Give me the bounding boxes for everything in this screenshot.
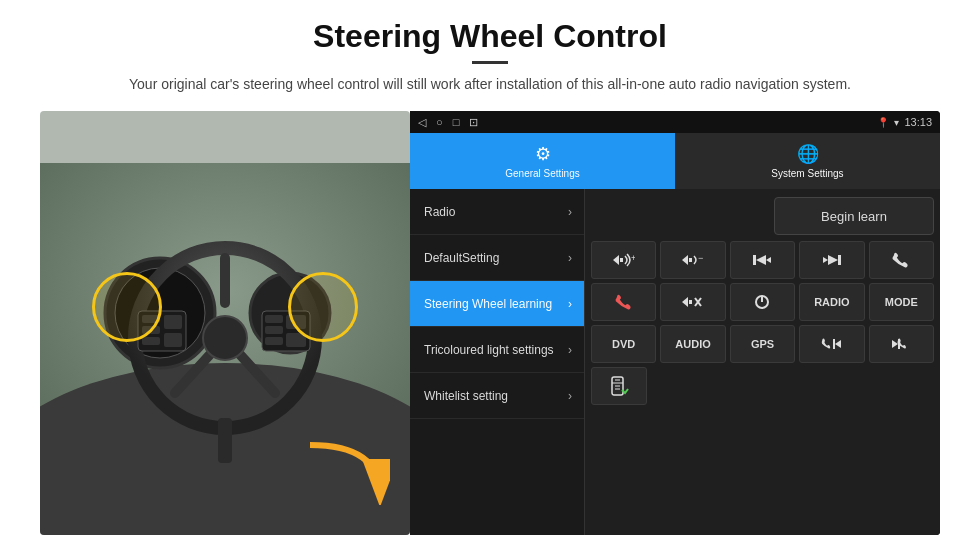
system-settings-icon: 🌐 [797,143,819,165]
svg-rect-25 [620,258,623,262]
menu-item-steering-label: Steering Wheel learning [424,297,568,311]
controls-row-3: DVD AUDIO GPS [591,325,934,363]
content-row: ◁ ○ □ ⊡ 📍 ▾ 13:13 ⚙ General Settings [40,111,940,535]
svg-rect-17 [265,315,283,323]
vol-up-button[interactable]: + [591,241,656,279]
svg-marker-43 [835,340,841,348]
menu-chevron-whitelist: › [568,389,572,403]
radio-button[interactable]: RADIO [799,283,864,321]
menu-item-defaultsetting[interactable]: DefaultSetting › [410,235,584,281]
svg-rect-18 [265,326,283,334]
power-button[interactable] [730,283,795,321]
page-title: Steering Wheel Control [313,18,667,55]
audio-button[interactable]: AUDIO [660,325,725,363]
menu-item-radio[interactable]: Radio › [410,189,584,235]
svg-marker-34 [828,255,838,265]
mode-button[interactable]: MODE [869,283,934,321]
menu-item-whitelist[interactable]: Whitelist setting › [410,373,584,419]
tab-system-label: System Settings [771,168,843,179]
svg-marker-31 [756,255,766,265]
mute-button[interactable] [660,283,725,321]
svg-point-9 [203,316,247,360]
menu-item-steering-wheel[interactable]: Steering Wheel learning › [410,281,584,327]
svg-rect-37 [689,300,692,304]
highlight-circle-left [92,272,162,342]
status-time: 13:13 [904,116,932,128]
arrow-overlay [300,435,390,505]
steering-wheel-image [40,111,410,535]
menu-chevron-steering: › [568,297,572,311]
svg-rect-13 [142,337,160,345]
page-subtitle: Your original car's steering wheel contr… [129,74,851,95]
phone-hangup-button[interactable] [591,283,656,321]
svg-marker-24 [613,255,619,265]
begin-learn-button[interactable]: Begin learn [774,197,934,235]
controls-row-4 [591,367,934,405]
title-divider [472,61,508,64]
svg-rect-28 [689,258,692,262]
svg-rect-30 [753,255,756,265]
svg-text:+: + [631,253,635,263]
svg-rect-14 [164,315,182,329]
prev-track-button[interactable] [730,241,795,279]
menu-chevron-radio: › [568,205,572,219]
menu-item-default-label: DefaultSetting [424,251,568,265]
svg-rect-19 [265,337,283,345]
svg-marker-35 [823,257,828,263]
svg-marker-32 [766,257,771,263]
svg-rect-33 [838,255,841,265]
tab-general-settings[interactable]: ⚙ General Settings [410,133,675,189]
left-menu: Radio › DefaultSetting › Steering Wheel … [410,189,585,535]
skip-next-button[interactable] [869,325,934,363]
menu-chevron-tricoloured: › [568,343,572,357]
home-icon[interactable]: ○ [436,116,443,128]
controls-row-1: + − [591,241,934,279]
svg-rect-42 [833,339,835,349]
phone-answer-button[interactable] [869,241,934,279]
status-bar-right: 📍 ▾ 13:13 [877,116,932,128]
svg-rect-15 [164,333,182,347]
highlight-circle-right [288,272,358,342]
dvd-button[interactable]: DVD [591,325,656,363]
svg-marker-36 [682,297,688,307]
menu-item-whitelist-label: Whitelist setting [424,389,568,403]
begin-learn-row: Begin learn [591,195,934,237]
gps-button[interactable]: GPS [730,325,795,363]
svg-rect-22 [218,418,232,463]
controls-row-2: RADIO MODE [591,283,934,321]
next-track-button[interactable] [799,241,864,279]
wifi-icon: ▾ [894,117,899,128]
nav-icons: ◁ ○ □ ⊡ [418,116,478,129]
android-screen: ◁ ○ □ ⊡ 📍 ▾ 13:13 ⚙ General Settings [410,111,940,535]
menu-item-radio-label: Radio [424,205,568,219]
main-content: Radio › DefaultSetting › Steering Wheel … [410,189,940,535]
vol-down-button[interactable]: − [660,241,725,279]
recents-icon[interactable]: □ [453,116,460,128]
menu-icon[interactable]: ⊡ [469,116,478,129]
tab-general-label: General Settings [505,168,580,179]
svg-marker-44 [892,340,898,348]
tab-system-settings[interactable]: 🌐 System Settings [675,133,940,189]
settings-gear-icon: ⚙ [535,143,551,165]
tab-bar: ⚙ General Settings 🌐 System Settings [410,133,940,189]
menu-chevron-default: › [568,251,572,265]
menu-item-tricoloured[interactable]: Tricoloured light settings › [410,327,584,373]
right-panel: Begin learn + − [585,189,940,535]
menu-item-tricoloured-label: Tricoloured light settings [424,343,568,357]
file-icon-button[interactable] [591,367,647,405]
svg-marker-27 [682,255,688,265]
back-icon[interactable]: ◁ [418,116,426,129]
svg-text:−: − [698,253,703,263]
phone-prev-button[interactable] [799,325,864,363]
status-bar: ◁ ○ □ ⊡ 📍 ▾ 13:13 [410,111,940,133]
location-icon: 📍 [877,117,889,128]
